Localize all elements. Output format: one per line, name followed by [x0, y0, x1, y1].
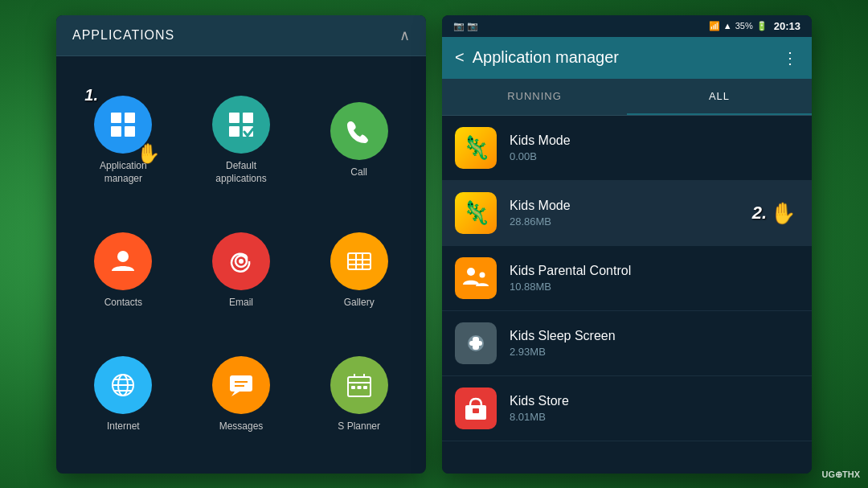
app-icon-default-applications [212, 96, 270, 154]
app-icon-email [212, 232, 270, 290]
kids-mode-2-icon: 🦎 [455, 192, 497, 234]
svg-rect-6 [229, 126, 240, 137]
app-info-kids-store: Kids Store 8.01MB [510, 394, 799, 423]
wifi-icon: 📶 [709, 21, 720, 31]
app-icon-s-planner [330, 356, 388, 414]
svg-rect-22 [230, 375, 252, 392]
tabs-bar: RUNNING ALL [442, 79, 812, 116]
list-item-kids-mode-1[interactable]: 🦎 Kids Mode 0.00B [442, 116, 812, 181]
list-item-kids-sleep[interactable]: Kids Sleep Screen 2.93MB [442, 311, 812, 376]
app-name-kids-parental: Kids Parental Control [510, 264, 799, 278]
svg-rect-37 [469, 341, 482, 346]
phone-right: 📷 📷 📶 ▲ 35% 🔋 20:13 < Application manage… [442, 15, 812, 474]
svg-rect-12 [348, 253, 371, 269]
app-info-kids-mode-1: Kids Mode 0.00B [510, 133, 799, 162]
app-icon-contacts [94, 232, 152, 290]
app-list: 🦎 Kids Mode 0.00B 🦎 Kids Mode 28.86MB 2.… [442, 116, 812, 474]
more-options-button[interactable]: ⋮ [782, 48, 799, 68]
app-info-kids-sleep: Kids Sleep Screen 2.93MB [510, 329, 799, 358]
svg-rect-3 [125, 126, 135, 137]
svg-rect-5 [243, 113, 253, 123]
svg-rect-0 [111, 113, 121, 123]
app-label-call: Call [350, 166, 367, 179]
battery-icon: 🔋 [756, 21, 768, 31]
app-item-internet[interactable]: Internet [64, 333, 182, 457]
app-item-email[interactable]: Email [182, 209, 301, 333]
watermark: UG⊕THX [822, 470, 861, 480]
svg-rect-31 [357, 386, 361, 389]
svg-marker-23 [231, 392, 240, 396]
left-header: APPLICATIONS ∧ [56, 15, 426, 56]
kids-sleep-icon [455, 322, 497, 364]
svg-point-33 [467, 268, 475, 276]
phone-left: APPLICATIONS ∧ 1. 🤚 Applic [56, 15, 426, 474]
app-label-email: Email [229, 297, 253, 310]
app-name-kids-sleep: Kids Sleep Screen [510, 329, 799, 343]
app-label-messages: Messages [219, 420, 264, 433]
svg-rect-30 [351, 386, 355, 389]
app-item-contacts[interactable]: Contacts [64, 209, 182, 333]
app-label-default-applications: Defaultapplications [215, 160, 266, 185]
app-item-gallery[interactable]: Gallery [300, 209, 418, 333]
svg-rect-39 [473, 408, 479, 413]
left-header-title: APPLICATIONS [72, 28, 174, 43]
svg-point-10 [239, 259, 244, 264]
app-item-messages[interactable]: Messages [182, 333, 301, 457]
tab-running[interactable]: RUNNING [442, 79, 627, 115]
app-size-kids-parental: 10.88MB [510, 281, 799, 293]
app-item-s-planner[interactable]: S Planner [300, 333, 418, 457]
app-item-application-manager[interactable]: 1. 🤚 Applicationmanager [64, 72, 182, 209]
app-size-kids-mode-1: 0.00B [510, 150, 799, 162]
app-item-call[interactable]: Call [300, 72, 418, 209]
app-icon-application-manager: 1. 🤚 [94, 96, 152, 154]
svg-rect-32 [363, 386, 367, 389]
svg-point-8 [117, 251, 129, 262]
list-item-kids-store[interactable]: Kids Store 8.01MB [442, 376, 812, 441]
apps-grid: 1. 🤚 Applicationmanager De [56, 56, 426, 474]
tab-all[interactable]: ALL [627, 79, 812, 115]
app-size-kids-sleep: 2.93MB [510, 346, 799, 358]
svg-rect-1 [125, 113, 135, 123]
chevron-up-icon[interactable]: ∧ [399, 27, 410, 44]
svg-rect-2 [111, 126, 121, 137]
app-icon-call [330, 102, 388, 160]
signal-icon: ▲ [723, 21, 732, 31]
app-manager-title: Application manager [473, 48, 619, 67]
back-button[interactable]: < [455, 48, 465, 67]
status-icons: 📶 ▲ 35% 🔋 20:13 [709, 20, 800, 32]
list-item-kids-parental[interactable]: Kids Parental Control 10.88MB [442, 246, 812, 311]
app-label-contacts: Contacts [104, 297, 142, 310]
app-name-kids-mode-1: Kids Mode [510, 133, 799, 148]
svg-rect-4 [229, 113, 240, 123]
status-bar: 📷 📷 📶 ▲ 35% 🔋 20:13 [442, 15, 812, 37]
app-size-kids-store: 8.01MB [510, 411, 799, 423]
status-time: 20:13 [774, 20, 800, 32]
kids-mode-1-icon: 🦎 [455, 127, 497, 169]
app-icon-gallery [330, 232, 388, 290]
kids-store-icon [455, 388, 497, 429]
app-name-kids-store: Kids Store [510, 394, 799, 408]
list-item-kids-mode-2[interactable]: 🦎 Kids Mode 28.86MB 2. 🤚 [442, 181, 812, 246]
app-label-s-planner: S Planner [338, 420, 380, 433]
app-item-default-applications[interactable]: Defaultapplications [182, 72, 301, 209]
app-icon-messages [212, 356, 270, 414]
app-info-kids-parental: Kids Parental Control 10.88MB [510, 264, 799, 293]
app-manager-header: < Application manager ⋮ [442, 37, 812, 79]
app-label-gallery: Gallery [344, 297, 375, 310]
battery-label: 35% [735, 21, 753, 31]
app-label-internet: Internet [107, 420, 140, 433]
svg-point-34 [480, 272, 485, 277]
app-icon-internet [94, 356, 152, 414]
kids-parental-icon [455, 257, 497, 299]
